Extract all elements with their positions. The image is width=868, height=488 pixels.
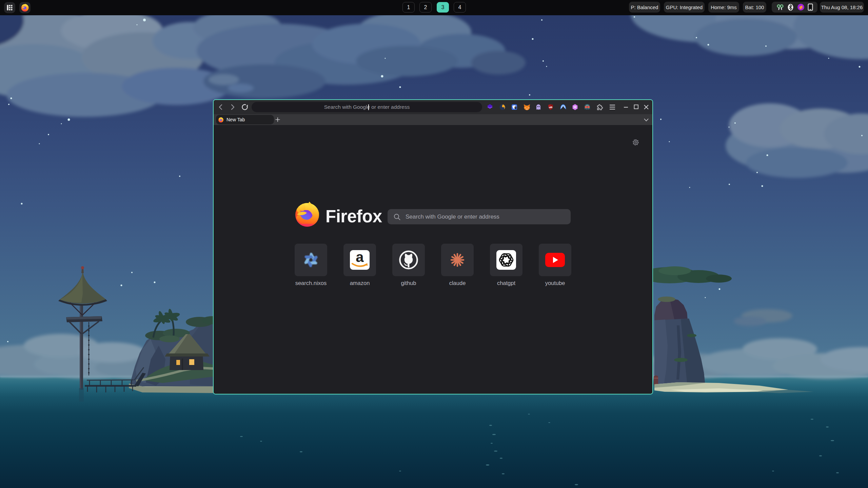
svg-text:uB: uB: [549, 106, 553, 109]
